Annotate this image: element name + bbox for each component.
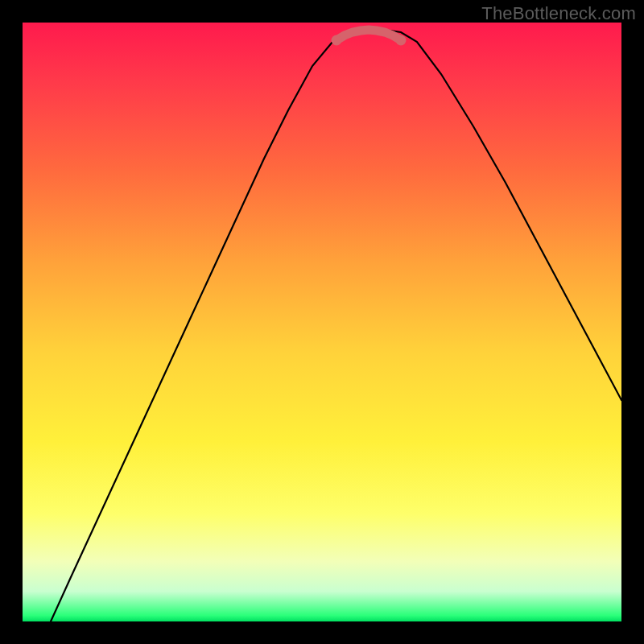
plot-area xyxy=(23,23,621,621)
optimal-band-endpoint-left xyxy=(332,35,342,46)
optimal-band-endpoint-right xyxy=(396,35,407,46)
optimal-band-marker xyxy=(336,30,401,40)
watermark-text: TheBottleneck.com xyxy=(481,3,636,24)
bottleneck-curve xyxy=(51,30,621,621)
chart-frame: TheBottleneck.com xyxy=(0,0,644,644)
curve-layer xyxy=(23,23,621,621)
